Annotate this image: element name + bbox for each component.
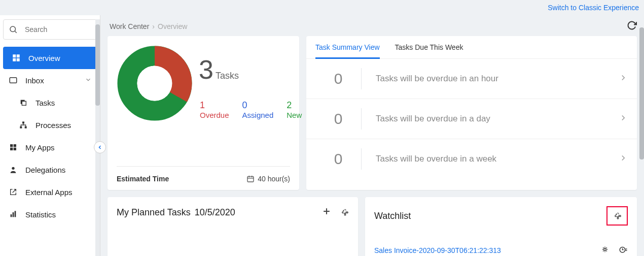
planned-date: 10/5/2020: [195, 207, 235, 218]
summary-text: Tasks will be overdue in a day: [376, 114, 619, 124]
sidebar-item-label: Delegations: [25, 166, 65, 174]
stat-overdue: 1 Overdue: [200, 100, 229, 119]
summary-text: Tasks will be overdue in a week: [376, 154, 619, 164]
svg-rect-11: [14, 148, 16, 150]
tasks-donut-chart: [117, 45, 193, 121]
watchlist-item: Sales Invoice-2020-09-30T06:21:22:313: [374, 241, 628, 256]
sidebar: Overview Inbox Tasks Processes: [0, 15, 100, 256]
inbox-icon: [8, 75, 18, 85]
search-input[interactable]: [25, 25, 91, 34]
svg-rect-13: [11, 214, 12, 217]
svg-rect-5: [22, 121, 24, 123]
stat-new: 2 New: [287, 100, 302, 119]
watchlist-card: Watchlist Sales Invoice-2020-09-30T06:21…: [365, 197, 637, 256]
sidebar-item-label: External Apps: [25, 188, 73, 197]
svg-rect-9: [14, 144, 16, 147]
svg-rect-8: [10, 144, 13, 147]
search-icon: [9, 25, 18, 34]
collapse-sidebar-button[interactable]: [94, 141, 106, 153]
unwatch-icon[interactable]: [600, 245, 610, 255]
estimated-time-value: 40 hour(s): [258, 175, 290, 183]
search-box[interactable]: [3, 19, 97, 40]
watchlist-title: Watchlist: [374, 211, 411, 221]
breadcrumb: Work Center › Overview: [108, 15, 637, 36]
svg-rect-10: [10, 148, 13, 150]
watchlist-link[interactable]: Sales Invoice-2020-09-30T06:21:22:313: [374, 246, 501, 254]
sidebar-item-label: Overview: [28, 54, 60, 62]
svg-point-17: [137, 66, 172, 101]
svg-line-1: [15, 31, 16, 33]
svg-rect-2: [10, 78, 17, 83]
summary-row-day[interactable]: 0 Tasks will be overdue in a day: [306, 99, 637, 139]
sidebar-item-inbox[interactable]: Inbox: [0, 69, 100, 91]
svg-point-0: [10, 26, 16, 32]
overview-icon: [11, 53, 21, 63]
external-icon: [8, 187, 18, 197]
tab-due-week[interactable]: Tasks Due This Week: [395, 43, 463, 58]
summary-row-hour[interactable]: 0 Tasks will be overdue in an hour: [306, 59, 637, 99]
estimated-time-label: Estimated Time: [117, 175, 169, 183]
chevron-right-icon: [619, 73, 628, 84]
apps-icon: [8, 142, 18, 152]
sidebar-item-processes[interactable]: Processes: [0, 114, 100, 136]
svg-rect-18: [247, 176, 254, 182]
sidebar-scrollbar[interactable]: [95, 19, 100, 256]
summary-count: 0: [315, 110, 361, 127]
processes-icon: [18, 120, 28, 130]
sidebar-item-myapps[interactable]: My Apps: [0, 136, 100, 158]
switch-classic-link[interactable]: Switch to Classic Experience: [548, 4, 639, 12]
summary-text: Tasks will be overdue in an hour: [376, 74, 619, 84]
breadcrumb-root[interactable]: Work Center: [110, 22, 149, 30]
svg-rect-7: [25, 126, 27, 129]
svg-point-24: [604, 248, 606, 251]
breadcrumb-current: Overview: [158, 22, 187, 30]
summary-row-week[interactable]: 0 Tasks will be overdue in a week: [306, 139, 637, 179]
chart-icon: [8, 209, 18, 219]
timer-icon[interactable]: [619, 245, 628, 255]
sidebar-item-tasks[interactable]: Tasks: [0, 91, 100, 114]
summary-count: 0: [315, 70, 361, 87]
sidebar-item-external[interactable]: External Apps: [0, 181, 100, 203]
breadcrumb-sep: ›: [152, 22, 155, 30]
svg-rect-6: [20, 126, 22, 129]
planned-tasks-card: My Planned Tasks 10/5/2020: [108, 197, 358, 256]
add-planned-task-button[interactable]: [321, 206, 332, 218]
summary-count: 0: [315, 150, 361, 168]
planned-title: My Planned Tasks: [117, 207, 191, 218]
tasks-label: Tasks: [216, 71, 239, 81]
person-icon: [8, 165, 18, 175]
calendar-icon: [246, 175, 255, 183]
planned-settings-button[interactable]: [340, 207, 349, 218]
sidebar-item-label: Statistics: [25, 210, 56, 219]
sidebar-item-delegations[interactable]: Delegations: [0, 158, 100, 181]
svg-rect-4: [22, 101, 26, 105]
refresh-button[interactable]: [627, 20, 637, 32]
svg-point-12: [12, 167, 14, 170]
tasks-icon: [18, 98, 28, 108]
sidebar-item-label: Inbox: [25, 76, 44, 85]
stat-assigned: 0 Assigned: [242, 100, 274, 119]
sidebar-item-overview[interactable]: Overview: [3, 47, 97, 69]
sidebar-item-label: My Apps: [25, 143, 55, 152]
svg-rect-14: [13, 212, 14, 217]
sidebar-item-label: Tasks: [35, 99, 55, 107]
sidebar-item-label: Processes: [35, 121, 71, 130]
tab-summary-view[interactable]: Task Summary View: [315, 43, 380, 59]
chevron-right-icon: [619, 113, 628, 124]
tasks-total: 3: [199, 54, 213, 85]
chevron-right-icon: [619, 153, 628, 165]
chevron-down-icon: [85, 76, 92, 85]
task-summary-card: Task Summary View Tasks Due This Week 0 …: [306, 36, 637, 190]
svg-rect-15: [15, 211, 16, 217]
watchlist-settings-button[interactable]: [606, 206, 628, 226]
sidebar-item-statistics[interactable]: Statistics: [0, 203, 100, 226]
main-scrollbar[interactable]: [639, 27, 644, 159]
tasks-overview-card: 3 Tasks 1 Overdue 0 Assigned 2 New: [108, 36, 299, 190]
